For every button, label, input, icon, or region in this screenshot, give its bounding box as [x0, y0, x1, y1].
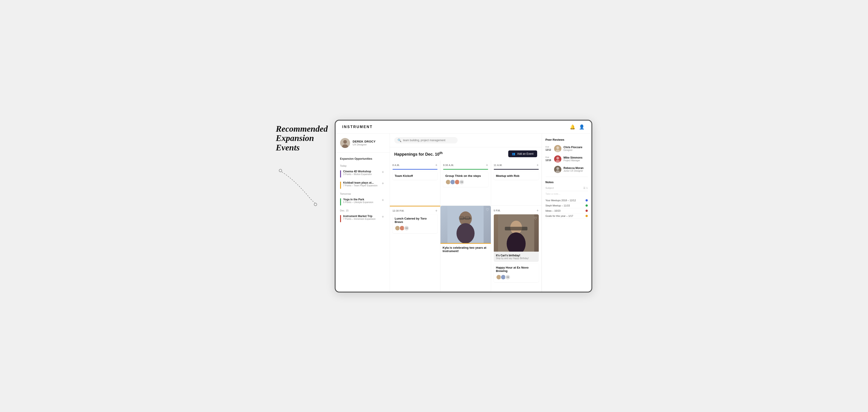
peer-reviews-title: Peer Reviews [546, 138, 588, 141]
app-logo: INSTRUMENT [342, 125, 373, 129]
happenings-header: Happenings for Dec. 10th 👥 Add an Event [390, 147, 542, 160]
search-input[interactable] [403, 139, 455, 142]
search-icon: 🔍 [398, 138, 401, 142]
svg-point-1 [314, 203, 317, 206]
event-name: Cinema 4D Workshop [343, 170, 381, 173]
note-input-area: Subject ☰ 1 Take a note... [546, 187, 588, 195]
peer-item: Rebecca Moran Junior UX Designer [546, 166, 588, 173]
event-color-bar [340, 170, 341, 178]
top-bar: INSTRUMENT 🔔 👤 [336, 121, 591, 133]
note-dot [586, 210, 588, 212]
birthday-heart-icon[interactable]: ♡ [534, 216, 537, 220]
list-item[interactable]: Instrument Market Trip 7 Points – Immers… [336, 213, 390, 224]
list-item[interactable]: Kickball team plays at... 7 Points – Tea… [336, 179, 390, 191]
peer-avatar [554, 166, 561, 173]
calendar-bottom-row: 12:30 P.M. + Lunch Catered by Toro Bravo… [390, 205, 542, 292]
divider [546, 177, 588, 177]
svg-point-16 [556, 146, 559, 149]
peer-info: Rebecca Moran Junior UX Designer [564, 166, 588, 172]
search-bar[interactable]: 🔍 [394, 137, 458, 144]
add-930am[interactable]: + [486, 163, 488, 167]
middle-top: 🔍 [390, 133, 542, 147]
note-dot [586, 204, 588, 207]
peer-name: Rebecca Moran [564, 166, 588, 170]
add-event-icon[interactable]: + [381, 170, 385, 175]
note-item-label: Your Meetups 2018 – 12/12 [546, 199, 576, 202]
note-item[interactable]: Ideas – 10/23 [546, 208, 588, 214]
peer-due: Due12/12 [546, 146, 552, 151]
user-details: DEREK DROCY UX Designer [353, 140, 376, 146]
left-annotation: Recommended Expansion Events [276, 120, 335, 208]
add-event-icon[interactable]: + [381, 181, 385, 186]
add-11am[interactable]: + [536, 163, 538, 167]
add-people-icon: 👥 [512, 152, 515, 155]
time-col-1230pm: 12:30 P.M. + Lunch Catered by Toro Bravo… [390, 206, 440, 292]
event-points: 3 Points – Motion Expansion [343, 173, 381, 176]
top-bar-icons: 🔔 👤 [570, 124, 585, 130]
add-5pm[interactable]: + [536, 209, 538, 213]
svg-point-22 [556, 167, 559, 170]
peer-items-list: Due12/12 Chris Floccare Designer Due12/1… [546, 145, 588, 173]
peer-due: Due12/18 [546, 156, 552, 162]
note-item[interactable]: Your Meetups 2018 – 12/12 [546, 198, 588, 203]
peer-info: Mike Simmons Project Manager [564, 156, 588, 162]
user-icon[interactable]: 👤 [579, 124, 585, 130]
calendar-top-row: 8 A.M. + Team Kickoff 9:30 A.M. + [390, 160, 542, 205]
add-1230pm[interactable]: + [435, 209, 437, 213]
date-group-label: Dec. 15 [336, 208, 390, 213]
note-dot [586, 199, 588, 201]
add-event-icon[interactable]: + [381, 198, 385, 202]
event-details: Kickball team plays at... 7 Points – Tea… [343, 181, 381, 187]
expansion-section-title: Expansion Opportunities [336, 153, 390, 163]
add-event-button[interactable]: 👥 Add an Event [508, 151, 537, 157]
svg-rect-14 [505, 227, 527, 230]
time-col-11am: 11 A.M. + Meetup with Rob [491, 160, 542, 205]
event-name: Kickball team plays at... [343, 181, 381, 184]
svg-point-10 [457, 223, 474, 243]
add-event-icon[interactable]: + [381, 215, 385, 219]
peer-role: Designer [564, 149, 588, 151]
svg-point-0 [279, 169, 282, 172]
note-item[interactable]: Steph Meetup – 11/15 [546, 203, 588, 208]
happy-hour-avatars: +5 [496, 275, 536, 280]
group-think-card: Group Think on the steps +3 [443, 172, 488, 187]
middle-panel: 🔍 Happenings for Dec. 10th 👥 Add an Even… [390, 133, 542, 292]
date-group-label: Tomorrow [336, 191, 390, 196]
list-item[interactable]: Cinema 4D Workshop 3 Points – Motion Exp… [336, 168, 390, 179]
date-group-label: Today [336, 163, 390, 168]
note-item[interactable]: Goals for this year – 1/17 [546, 214, 588, 219]
note-placeholder[interactable]: Take a note... [546, 192, 588, 195]
event-name: Instrument Market Trip [343, 215, 381, 218]
event-color-bar [340, 182, 341, 189]
peer-name: Chris Floccare [564, 146, 588, 149]
col-bar-green [443, 169, 488, 170]
time-col-930am: 9:30 A.M. + Group Think on the steps +3 [440, 160, 491, 205]
list-item[interactable]: Yoga in the Park 5 Points – Lifestyle Ex… [336, 196, 390, 208]
peer-info: Chris Floccare Designer [564, 146, 588, 151]
time-col-8am: 8 A.M. + Team Kickoff [390, 160, 440, 205]
col-bar-blue [393, 169, 437, 170]
annotation-title: Recommended Expansion Events [276, 124, 335, 153]
peer-role: Project Manager [564, 159, 588, 162]
team-kickoff-card: Team Kickoff [393, 172, 437, 180]
note-item-label: Goals for this year – 1/17 [546, 215, 573, 217]
avatar [340, 138, 350, 148]
col-bar-dark [494, 169, 539, 170]
peer-name: Mike Simmons [564, 156, 588, 159]
notes-list: Your Meetups 2018 – 12/12 Steph Meetup –… [546, 198, 588, 219]
meetup-rob-card: Meetup with Rob [494, 172, 539, 180]
group-think-avatars: +3 [445, 179, 486, 185]
add-8am[interactable]: + [435, 163, 437, 167]
user-role: UX Designer [353, 143, 376, 146]
notes-title: Notes [546, 181, 588, 184]
lunch-avatar-count: +3 [404, 225, 409, 231]
event-details: Instrument Market Trip 7 Points – Immers… [343, 215, 381, 220]
happy-hour-card: Happy Hour at Ex Novo Brewing +5 [494, 263, 539, 282]
peer-avatar [554, 155, 561, 163]
event-color-bar [340, 198, 341, 205]
peer-item: Due12/18 Mike Simmons Project Manager [546, 155, 588, 163]
heart-icon[interactable]: ♡ [486, 208, 489, 212]
dashed-arrow-icon [276, 166, 321, 207]
bell-icon[interactable]: 🔔 [570, 124, 575, 130]
event-details: Yoga in the Park 5 Points – Lifestyle Ex… [343, 198, 381, 203]
